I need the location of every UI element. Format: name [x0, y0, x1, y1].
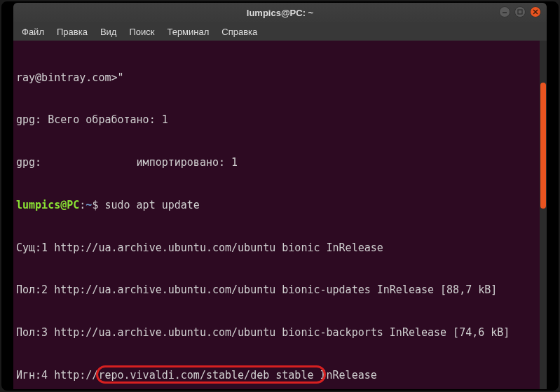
terminal-line: ray@bintray.com>" [16, 71, 544, 85]
terminal-line: Пол:3 http://ua.archive.ubuntu.com/ubunt… [16, 326, 544, 340]
terminal-line: Пол:2 http://ua.archive.ubuntu.com/ubunt… [16, 283, 544, 297]
svg-rect-1 [518, 10, 522, 14]
menu-help[interactable]: Справка [216, 24, 263, 39]
terminal-line: gpg: Всего обработано: 1 [16, 113, 544, 127]
scrollbar-thumb[interactable] [540, 83, 546, 209]
menu-file[interactable]: Файл [16, 24, 50, 39]
terminal-body[interactable]: ray@bintray.com>" gpg: Всего обработано:… [13, 41, 547, 391]
terminal-line: Игн:4 http://repo.vivaldi.com/stable/deb… [16, 368, 544, 382]
maximize-button[interactable] [514, 6, 526, 18]
scrollbar[interactable] [540, 41, 547, 391]
terminal-line: gpg: импортировано: 1 [16, 155, 544, 169]
menu-terminal[interactable]: Терминал [161, 24, 214, 39]
window-title: lumpics@PC: ~ [247, 8, 313, 18]
terminal-line: Сущ:1 http://ua.archive.ubuntu.com/ubunt… [16, 241, 544, 255]
minimize-button[interactable] [499, 6, 510, 18]
prompt-colon: : [79, 199, 86, 211]
titlebar: lumpics@PC: ~ [13, 3, 547, 22]
prompt-user: lumpics@PC [16, 199, 79, 211]
screenshot-frame: lumpics@PC: ~ Файл Правка Вид Поиск Терм… [1, 1, 559, 391]
menu-search[interactable]: Поиск [123, 24, 160, 39]
menu-edit[interactable]: Правка [51, 24, 93, 39]
window-controls [499, 6, 541, 18]
command-text: sudo apt update [98, 199, 200, 211]
terminal-window: lumpics@PC: ~ Файл Правка Вид Поиск Терм… [13, 3, 547, 391]
close-button[interactable] [530, 6, 541, 18]
menu-view[interactable]: Вид [95, 24, 123, 39]
terminal-prompt-line: lumpics@PC:~$ sudo apt update [16, 198, 544, 212]
menubar: Файл Правка Вид Поиск Терминал Справка [13, 22, 547, 41]
